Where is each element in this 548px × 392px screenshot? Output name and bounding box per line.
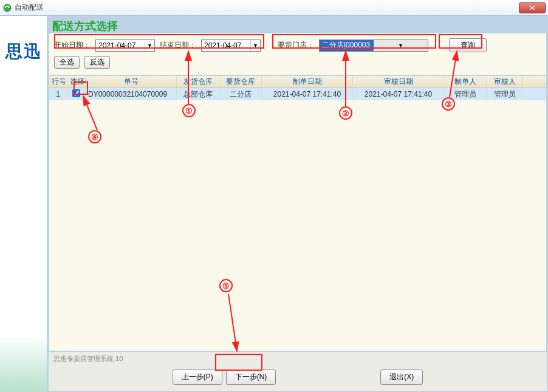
cell-fw: 总部仓库: [177, 89, 219, 100]
close-button[interactable]: [519, 2, 546, 13]
store-value: 二分店|000003: [320, 40, 374, 50]
logo: 思迅: [5, 40, 42, 63]
cell-rw: 二分店: [219, 89, 262, 100]
prev-button[interactable]: 上一步(P): [173, 370, 222, 385]
status-text: 思迅专卖店管理系统 10: [53, 354, 542, 363]
app-icon: [2, 3, 12, 13]
col-idx: 行号: [49, 77, 67, 87]
footer: 思迅专卖店管理系统 10 上一步(P) 下一步(N) 退出(X): [49, 351, 547, 391]
start-date-label: 开始日期：: [54, 40, 91, 50]
end-date-dropdown-icon[interactable]: ▼: [250, 40, 260, 51]
cell-idx: 1: [49, 90, 67, 98]
cell-sel[interactable]: [67, 89, 86, 99]
cell-mk: 管理员: [444, 89, 487, 100]
table-row[interactable]: 1 DY00000032104070009 总部仓库 二分店 2021-04-0…: [49, 88, 546, 100]
window-titlebar: 自动配送: [0, 0, 548, 16]
query-button[interactable]: 查询: [449, 38, 487, 52]
next-button[interactable]: 下一步(N): [226, 370, 276, 385]
data-grid: 行号 选择 单号 发货仓库 要货仓库 制单日期 审核日期 制单人 审核人 1 D…: [49, 75, 547, 351]
col-ak: 审核人: [487, 77, 523, 87]
col-mk: 制单人: [444, 77, 487, 87]
invert-select-button[interactable]: 反选: [84, 56, 110, 69]
start-date-input[interactable]: ▼: [95, 40, 155, 52]
cell-ad: 2021-04-07 17:41:40: [353, 90, 444, 98]
col-sel: 选择: [67, 77, 86, 87]
col-md: 制单日期: [262, 77, 353, 87]
col-no: 单号: [86, 77, 177, 87]
panel-title: 配送方式选择: [49, 17, 547, 33]
start-date-field[interactable]: [96, 41, 145, 50]
cell-no: DY00000032104070009: [86, 90, 177, 98]
end-date-input[interactable]: ▼: [201, 40, 261, 52]
cell-ak: 管理员: [487, 89, 523, 100]
end-date-field[interactable]: [202, 41, 250, 50]
filter-bar: 开始日期： ▼ 结束日期： ▼ 要货门店： 二分店|000003 ▼ 查询: [49, 33, 547, 75]
end-date-label: 结束日期：: [160, 40, 196, 50]
row-checkbox[interactable]: [72, 89, 80, 97]
store-dropdown-icon[interactable]: ▼: [374, 40, 428, 51]
grid-header: 行号 选择 单号 发货仓库 要货仓库 制单日期 审核日期 制单人 审核人: [49, 76, 546, 88]
exit-button[interactable]: 退出(X): [380, 370, 423, 385]
col-rw: 要货仓库: [219, 77, 262, 87]
sidebar: 思迅: [0, 16, 47, 392]
svg-point-0: [4, 4, 11, 12]
store-select[interactable]: 二分店|000003 ▼: [319, 40, 428, 52]
col-ad: 审核日期: [353, 77, 444, 87]
store-label: 要货门店：: [278, 40, 314, 50]
select-all-button[interactable]: 全选: [54, 56, 80, 69]
col-fw: 发货仓库: [177, 77, 219, 87]
cell-md: 2021-04-07 17:41:40: [262, 90, 353, 98]
content-panel: 配送方式选择 开始日期： ▼ 结束日期： ▼ 要货门店： 二分店|000003 …: [47, 16, 548, 392]
window-title: 自动配送: [15, 2, 519, 13]
start-date-dropdown-icon[interactable]: ▼: [145, 40, 154, 51]
